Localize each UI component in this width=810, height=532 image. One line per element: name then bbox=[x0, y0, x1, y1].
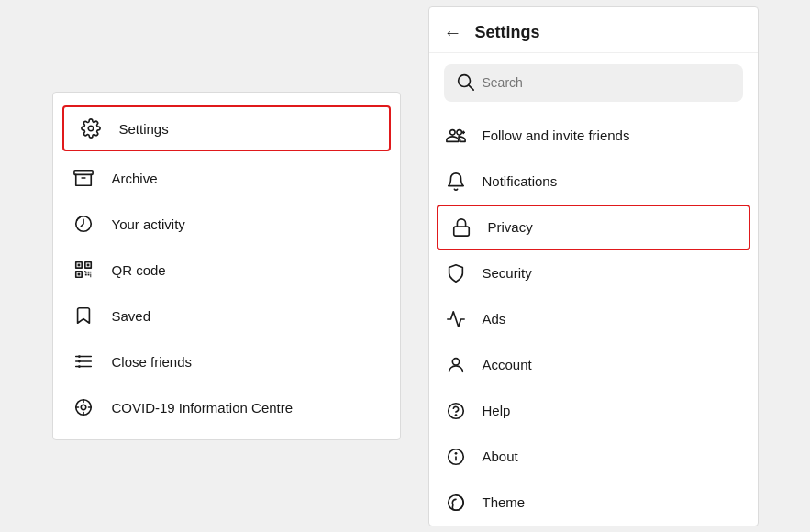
search-icon bbox=[455, 72, 475, 94]
svg-rect-8 bbox=[86, 264, 89, 267]
right-menu-item-security[interactable]: Security bbox=[429, 250, 758, 296]
left-item-saved-label: Saved bbox=[112, 308, 151, 324]
archive-icon bbox=[72, 166, 95, 190]
left-menu-item-your-activity[interactable]: Your activity bbox=[53, 201, 400, 247]
svg-point-32 bbox=[452, 358, 459, 364]
svg-rect-16 bbox=[90, 274, 91, 278]
search-bar[interactable] bbox=[444, 64, 743, 102]
svg-rect-9 bbox=[77, 273, 80, 276]
svg-point-0 bbox=[88, 126, 94, 131]
left-menu-panel: Settings Archive Your activity QR code S… bbox=[52, 92, 401, 440]
right-menu-item-notifications[interactable]: Notifications bbox=[429, 159, 758, 205]
svg-rect-7 bbox=[77, 264, 80, 267]
right-item-account-label: Account bbox=[483, 357, 532, 372]
svg-point-24 bbox=[81, 405, 86, 410]
right-settings-panel: ← Settings Follow and invite friends Not… bbox=[428, 6, 759, 526]
left-item-settings-label: Settings bbox=[119, 121, 169, 137]
left-item-close-friends-label: Close friends bbox=[112, 354, 193, 370]
right-menu-item-ads[interactable]: Ads bbox=[429, 296, 758, 342]
about-icon bbox=[444, 445, 468, 469]
left-item-your-activity-label: Your activity bbox=[112, 216, 185, 232]
left-item-qr-code-label: QR code bbox=[112, 262, 166, 278]
back-button[interactable]: ← bbox=[444, 22, 462, 43]
svg-point-22 bbox=[78, 365, 81, 368]
svg-rect-15 bbox=[90, 272, 91, 273]
saved-icon bbox=[72, 304, 95, 327]
left-menu-item-saved[interactable]: Saved bbox=[53, 293, 400, 338]
svg-rect-13 bbox=[84, 274, 86, 276]
svg-rect-31 bbox=[453, 227, 469, 236]
help-icon bbox=[444, 399, 468, 423]
right-menu-item-theme[interactable]: Theme bbox=[429, 480, 758, 526]
right-item-privacy-label: Privacy bbox=[488, 219, 533, 235]
close-friends-icon bbox=[72, 349, 95, 373]
your-activity-icon bbox=[72, 212, 95, 236]
right-item-theme-label: Theme bbox=[483, 494, 526, 510]
left-menu-item-covid[interactable]: COVID-19 Information Centre bbox=[53, 384, 400, 430]
right-menu-item-account[interactable]: Account bbox=[429, 342, 758, 388]
right-menu-item-privacy[interactable]: Privacy bbox=[437, 205, 750, 250]
notifications-icon bbox=[444, 170, 468, 194]
right-item-security-label: Security bbox=[483, 265, 532, 281]
settings-header: ← Settings bbox=[429, 7, 758, 53]
search-input[interactable] bbox=[483, 75, 732, 90]
follow-invite-icon bbox=[444, 124, 468, 148]
right-menu-item-about[interactable]: About bbox=[429, 434, 758, 480]
right-menu-item-follow-invite[interactable]: Follow and invite friends bbox=[429, 113, 758, 159]
left-menu-item-close-friends[interactable]: Close friends bbox=[53, 338, 400, 384]
settings-icon bbox=[79, 116, 103, 140]
theme-icon bbox=[444, 491, 468, 515]
right-item-notifications-label: Notifications bbox=[483, 173, 558, 189]
account-icon bbox=[444, 353, 468, 377]
security-icon bbox=[444, 261, 468, 285]
svg-line-30 bbox=[469, 85, 473, 90]
right-item-about-label: About bbox=[483, 449, 518, 464]
covid-icon bbox=[72, 395, 95, 419]
left-item-archive-label: Archive bbox=[112, 171, 158, 186]
settings-title: Settings bbox=[475, 23, 540, 42]
left-menu-item-settings[interactable]: Settings bbox=[62, 105, 391, 151]
svg-rect-12 bbox=[87, 272, 89, 273]
left-menu-item-archive[interactable]: Archive bbox=[53, 155, 400, 201]
svg-point-20 bbox=[78, 355, 81, 358]
svg-rect-1 bbox=[73, 171, 92, 175]
svg-rect-14 bbox=[87, 274, 89, 276]
left-item-covid-label: COVID-19 Information Centre bbox=[112, 400, 294, 416]
left-menu-item-qr-code[interactable]: QR code bbox=[53, 247, 400, 293]
qr-code-icon bbox=[72, 258, 95, 282]
ads-icon bbox=[444, 307, 468, 331]
svg-rect-11 bbox=[84, 272, 86, 273]
right-menu-item-help[interactable]: Help bbox=[429, 388, 758, 434]
right-item-ads-label: Ads bbox=[483, 311, 506, 327]
right-item-help-label: Help bbox=[483, 403, 511, 418]
privacy-icon bbox=[449, 216, 473, 239]
svg-point-21 bbox=[78, 360, 81, 363]
right-item-follow-invite-label: Follow and invite friends bbox=[483, 127, 630, 143]
